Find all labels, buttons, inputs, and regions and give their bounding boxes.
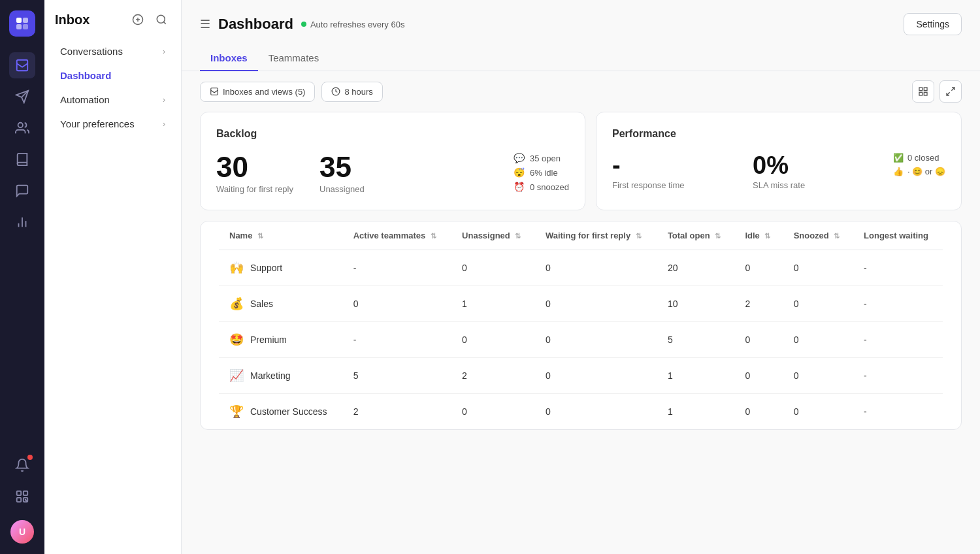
backlog-title: Backlog — [216, 128, 569, 140]
inboxes-filter-button[interactable]: Inboxes and views (5) — [200, 82, 315, 102]
thumbs-up-icon: 👍 — [893, 167, 904, 176]
filter-left: Inboxes and views (5) 8 hours — [200, 82, 383, 102]
app-logo[interactable] — [9, 10, 35, 37]
open-text: 35 open — [530, 154, 561, 163]
snoozed-sort-icon: ⇅ — [834, 232, 840, 240]
name-sort-icon: ⇅ — [257, 232, 263, 240]
col-name[interactable]: Name ⇅ — [219, 221, 343, 250]
unassigned-label: Unassigned — [319, 184, 365, 194]
inbox-nav-icon[interactable] — [9, 52, 35, 78]
contacts-nav-icon[interactable] — [9, 115, 35, 141]
row-snoozed: 0 — [783, 322, 853, 358]
inbox-emoji: 🤩 — [229, 333, 244, 347]
inboxes-table: Name ⇅ Active teammates ⇅ Unassigned ⇅ W… — [200, 221, 962, 430]
hours-filter-button[interactable]: 8 hours — [321, 82, 382, 102]
row-longest-waiting: - — [853, 358, 943, 394]
dashboard-label: Dashboard — [60, 70, 111, 81]
user-avatar[interactable]: U — [10, 520, 34, 544]
dashboard-nav-item[interactable]: Dashboard — [50, 63, 176, 88]
first-response-value: - — [612, 153, 753, 178]
col-snoozed[interactable]: Snoozed ⇅ — [783, 221, 853, 250]
row-unassigned: 0 — [451, 322, 535, 358]
sla-miss-metric: 0% SLA miss rate — [753, 153, 893, 190]
preferences-nav-item[interactable]: Your preferences › — [50, 112, 176, 136]
col-active-teammates[interactable]: Active teammates ⇅ — [343, 221, 451, 250]
first-response-metric: - First response time — [612, 153, 753, 190]
grid-view-button[interactable] — [912, 80, 934, 103]
automation-nav-item[interactable]: Automation › — [50, 88, 176, 112]
compose-icon[interactable] — [129, 10, 147, 29]
main-content: ☰ Dashboard Auto refreshes every 60s Set… — [182, 0, 980, 554]
row-total-open: 1 — [657, 394, 735, 430]
row-snoozed: 0 — [783, 358, 853, 394]
table-body: 🙌 Support - 0 0 20 0 0 - 💰 Sales 0 1 0 1… — [219, 250, 943, 430]
conversations-nav-icon[interactable] — [9, 178, 35, 204]
total-sort-icon: ⇅ — [715, 232, 721, 240]
row-waiting: 0 — [535, 286, 657, 322]
topbar: ☰ Dashboard Auto refreshes every 60s Set… — [182, 0, 980, 46]
unassigned-sort-icon: ⇅ — [515, 232, 521, 240]
open-metric: 💬 35 open — [514, 153, 569, 163]
performance-metrics: - First response time 0% SLA miss rate ✅… — [612, 153, 945, 190]
row-idle: 0 — [734, 358, 783, 394]
filters-bar: Inboxes and views (5) 8 hours — [182, 71, 980, 112]
svg-rect-11 — [17, 491, 21, 495]
svg-rect-3 — [23, 24, 28, 29]
row-longest-waiting: - — [853, 250, 943, 286]
search-icon[interactable] — [152, 10, 171, 29]
cards-row: Backlog 30 Waiting for first reply 35 Un… — [182, 112, 980, 221]
unassigned-metric: 35 Unassigned — [319, 153, 365, 194]
row-idle: 0 — [734, 322, 783, 358]
menu-icon[interactable]: ☰ — [200, 17, 210, 31]
apps-nav-icon[interactable] — [9, 483, 35, 510]
expand-view-button[interactable] — [939, 80, 962, 103]
notifications-nav-icon[interactable] — [9, 452, 35, 478]
idle-text: 6% idle — [530, 168, 558, 178]
table-row[interactable]: 🙌 Support - 0 0 20 0 0 - — [219, 250, 943, 286]
table-row[interactable]: 🤩 Premium - 0 0 5 0 0 - — [219, 322, 943, 358]
tab-teammates[interactable]: Teammates — [258, 46, 330, 71]
csat-text: · 😊 or 😞 — [907, 167, 945, 176]
sla-miss-value: 0% — [753, 153, 893, 178]
svg-rect-25 — [924, 88, 927, 91]
row-longest-waiting: - — [853, 322, 943, 358]
row-waiting: 0 — [535, 250, 657, 286]
row-active-teammates: 0 — [343, 286, 451, 322]
knowledge-nav-icon[interactable] — [9, 146, 35, 172]
closed-metric: ✅ 0 closed — [893, 153, 945, 163]
row-active-teammates: 2 — [343, 394, 451, 430]
col-waiting[interactable]: Waiting for first reply ⇅ — [535, 221, 657, 250]
nav-panel: Inbox Conversations › Dashboard Auto — [44, 0, 182, 554]
settings-button[interactable]: Settings — [904, 13, 962, 35]
chat-bubble-icon: 💬 — [514, 153, 525, 163]
row-unassigned: 0 — [451, 394, 535, 430]
app-title: Inbox — [55, 12, 90, 27]
col-idle[interactable]: Idle ⇅ — [734, 221, 783, 250]
data-table: Name ⇅ Active teammates ⇅ Unassigned ⇅ W… — [219, 221, 943, 429]
table-row[interactable]: 📈 Marketing 5 2 0 1 0 0 - — [219, 358, 943, 394]
send-nav-icon[interactable] — [9, 84, 35, 110]
tab-inboxes[interactable]: Inboxes — [200, 46, 258, 71]
topbar-left: ☰ Dashboard Auto refreshes every 60s — [200, 16, 404, 33]
performance-side-metrics: ✅ 0 closed 👍 · 😊 or 😞 — [893, 153, 945, 176]
sla-miss-label: SLA miss rate — [753, 180, 893, 190]
refresh-badge: Auto refreshes every 60s — [301, 20, 405, 29]
table-row[interactable]: 🏆 Customer Success 2 0 0 1 0 0 - — [219, 394, 943, 430]
row-total-open: 20 — [657, 250, 735, 286]
table-row[interactable]: 💰 Sales 0 1 0 10 2 0 - — [219, 286, 943, 322]
reports-nav-icon[interactable] — [9, 209, 35, 235]
col-unassigned[interactable]: Unassigned ⇅ — [451, 221, 535, 250]
preferences-label: Your preferences — [60, 118, 135, 129]
preferences-chevron: › — [163, 120, 165, 129]
automation-label: Automation — [60, 94, 110, 105]
row-unassigned: 2 — [451, 358, 535, 394]
col-longest-waiting[interactable]: Longest waiting — [853, 221, 943, 250]
inbox-name-label: Marketing — [250, 370, 290, 381]
conversations-nav-item[interactable]: Conversations › — [50, 39, 176, 63]
csat-metric: 👍 · 😊 or 😞 — [893, 167, 945, 176]
row-idle: 2 — [734, 286, 783, 322]
svg-line-21 — [163, 22, 165, 24]
svg-point-16 — [25, 499, 27, 501]
page-title: Dashboard — [218, 16, 293, 33]
col-total-open[interactable]: Total open ⇅ — [657, 221, 735, 250]
